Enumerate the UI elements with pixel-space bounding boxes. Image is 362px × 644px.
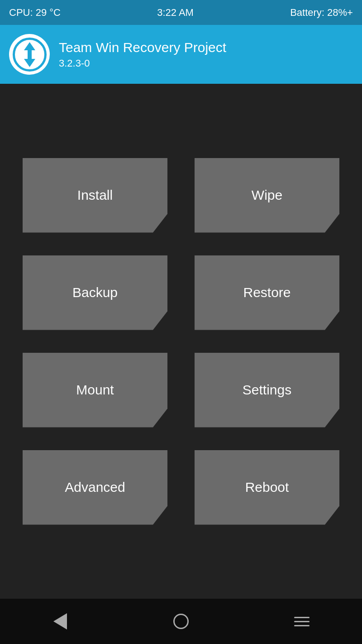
settings-button[interactable]: Settings [195,353,339,428]
app-version: 3.2.3-0 [59,58,226,69]
menu-icon [294,617,310,626]
home-nav-button[interactable] [163,608,199,635]
button-grid: Install Wipe Backup Restore Mount Settin… [23,158,339,525]
install-button[interactable]: Install [23,158,167,233]
backup-button[interactable]: Backup [23,255,167,330]
home-icon [173,614,189,629]
advanced-button[interactable]: Advanced [23,450,167,525]
app-header: Team Win Recovery Project 3.2.3-0 [0,25,362,84]
nav-bar [0,599,362,644]
menu-nav-button[interactable] [284,608,320,635]
logo-icon [13,38,47,72]
cpu-status: CPU: 29 °C [9,7,61,19]
battery-status: Battery: 28%+ [290,7,353,19]
main-content: Install Wipe Backup Restore Mount Settin… [0,84,362,599]
menu-line-3 [294,625,310,626]
app-title: Team Win Recovery Project [59,39,226,56]
mount-button[interactable]: Mount [23,353,167,428]
time-status: 3:22 AM [157,7,194,19]
wipe-button[interactable]: Wipe [195,158,339,233]
menu-line-1 [294,617,310,618]
status-bar: CPU: 29 °C 3:22 AM Battery: 28%+ [0,0,362,25]
app-logo [9,34,50,75]
header-text-container: Team Win Recovery Project 3.2.3-0 [59,39,226,69]
back-nav-button[interactable] [42,608,78,635]
restore-button[interactable]: Restore [195,255,339,330]
reboot-button[interactable]: Reboot [195,450,339,525]
back-icon [53,613,67,630]
svg-marker-2 [24,51,35,67]
menu-line-2 [294,621,310,622]
